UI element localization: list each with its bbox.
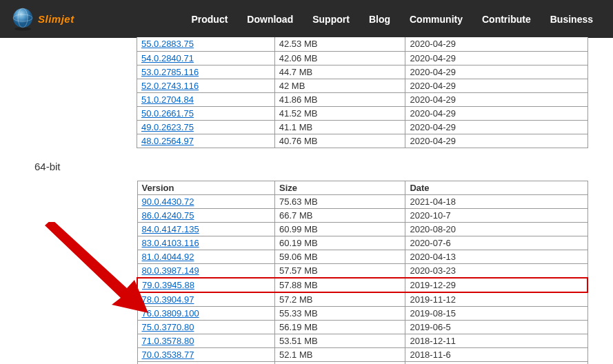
cell-version: 86.0.4240.75 xyxy=(137,208,275,222)
version-link[interactable]: 70.0.3538.77 xyxy=(142,350,194,360)
cell-version: 50.0.2661.75 xyxy=(137,106,275,120)
version-link[interactable]: 90.0.4430.72 xyxy=(142,196,194,207)
brand-name: Slimjet xyxy=(38,13,74,25)
cell-version: 80.0.3987.149 xyxy=(137,263,275,278)
cell-size: 41.86 MB xyxy=(274,92,405,106)
cell-version: 55.0.2883.75 xyxy=(137,37,275,51)
table-row: 52.0.2743.11642 MB2020-04-29 xyxy=(137,79,588,92)
cell-version: 76.0.3809.100 xyxy=(137,306,275,320)
cell-version: 75.0.3770.80 xyxy=(137,320,275,334)
cell-version: 83.0.4103.116 xyxy=(137,236,275,250)
cell-size: 57.57 MB xyxy=(275,263,405,278)
table-row: 51.0.2704.8441.86 MB2020-04-29 xyxy=(137,92,588,106)
main-nav: Product Download Support Blog Community … xyxy=(181,8,603,30)
cell-date: 2020-04-29 xyxy=(405,37,588,51)
version-link[interactable]: 53.0.2785.116 xyxy=(141,67,199,77)
cell-version: 51.0.2704.84 xyxy=(137,92,275,106)
version-link[interactable]: 51.0.2704.84 xyxy=(141,94,194,105)
cell-size: 59.06 MB xyxy=(275,250,405,263)
cell-date: 2020-04-29 xyxy=(405,120,588,134)
version-link[interactable]: 49.0.2623.75 xyxy=(141,122,194,132)
svg-point-0 xyxy=(13,8,32,28)
cell-size: 44.7 MB xyxy=(274,65,405,79)
cell-date: 2019-12-29 xyxy=(405,278,587,292)
version-link[interactable]: 50.0.2661.75 xyxy=(141,108,194,119)
cell-version: 52.0.2743.116 xyxy=(137,79,275,92)
cell-version: 54.0.2840.71 xyxy=(137,51,275,65)
version-link[interactable]: 71.0.3578.80 xyxy=(142,336,194,346)
version-link[interactable]: 81.0.4044.92 xyxy=(142,252,194,262)
cell-date: 2020-08-20 xyxy=(405,222,587,236)
cell-size: 40.76 MB xyxy=(274,134,405,148)
col-header-date: Date xyxy=(405,181,587,194)
version-link[interactable]: 84.0.4147.135 xyxy=(142,224,199,234)
cell-size: 50.77 MB xyxy=(275,361,405,364)
svg-point-3 xyxy=(14,27,31,30)
version-link[interactable]: 78.0.3904.97 xyxy=(142,294,194,305)
cell-date: 2020-04-29 xyxy=(405,79,588,92)
cell-size: 60.19 MB xyxy=(275,236,405,250)
table-row: 55.0.2883.7542.53 MB2020-04-29 xyxy=(137,37,588,51)
version-link[interactable]: 83.0.4103.116 xyxy=(142,238,199,248)
table-row: 70.0.3538.7752.1 MB2018-11-6 xyxy=(137,347,587,361)
nav-blog[interactable]: Blog xyxy=(359,8,400,30)
table-row: 69.0.3497.9250.77 MB2018-09-16 xyxy=(137,361,587,364)
table-row: 84.0.4147.13560.99 MB2020-08-20 xyxy=(137,222,587,236)
cell-date: 2020-04-29 xyxy=(405,65,588,79)
nav-support[interactable]: Support xyxy=(303,8,359,30)
versions-table-upper: 55.0.2883.7542.53 MB2020-04-2954.0.2840.… xyxy=(137,37,588,148)
cell-date: 2020-04-29 xyxy=(405,92,588,106)
version-link[interactable]: 54.0.2840.71 xyxy=(141,53,194,63)
cell-version: 49.0.2623.75 xyxy=(137,120,275,134)
table-row: 83.0.4103.11660.19 MB2020-07-6 xyxy=(137,236,587,250)
globe-icon xyxy=(10,7,35,32)
cell-date: 2019-06-5 xyxy=(405,320,587,334)
cell-date: 2018-12-11 xyxy=(405,334,587,347)
cell-date: 2020-04-13 xyxy=(405,250,587,263)
table-row: 75.0.3770.8056.19 MB2019-06-5 xyxy=(137,320,587,334)
logo[interactable]: Slimjet xyxy=(10,7,74,32)
cell-date: 2019-11-12 xyxy=(405,292,587,307)
table-row: 49.0.2623.7541.1 MB2020-04-29 xyxy=(137,120,588,134)
table-row: 76.0.3809.10055.33 MB2019-08-15 xyxy=(137,306,587,320)
version-link[interactable]: 48.0.2564.97 xyxy=(141,136,194,146)
version-link[interactable]: 79.0.3945.88 xyxy=(142,280,194,290)
cell-version: 79.0.3945.88 xyxy=(137,278,275,292)
version-link[interactable]: 52.0.2743.116 xyxy=(141,81,199,91)
version-link[interactable]: 76.0.3809.100 xyxy=(142,308,199,318)
cell-date: 2020-03-23 xyxy=(405,263,587,278)
nav-download[interactable]: Download xyxy=(237,8,303,30)
content: 55.0.2883.7542.53 MB2020-04-2954.0.2840.… xyxy=(0,37,613,364)
cell-size: 56.19 MB xyxy=(275,320,405,334)
version-link[interactable]: 86.0.4240.75 xyxy=(142,210,194,221)
table-row: 53.0.2785.11644.7 MB2020-04-29 xyxy=(137,65,588,79)
cell-size: 52.1 MB xyxy=(275,347,405,361)
cell-size: 42 MB xyxy=(274,79,405,92)
version-link[interactable]: 75.0.3770.80 xyxy=(142,322,194,332)
col-header-version: Version xyxy=(137,181,275,194)
nav-community[interactable]: Community xyxy=(400,8,472,30)
cell-version: 53.0.2785.116 xyxy=(137,65,275,79)
cell-date: 2019-08-15 xyxy=(405,306,587,320)
col-header-size: Size xyxy=(275,181,405,194)
nav-business[interactable]: Business xyxy=(541,8,603,30)
cell-version: 71.0.3578.80 xyxy=(137,334,275,347)
cell-date: 2021-04-18 xyxy=(405,194,587,208)
cell-size: 41.1 MB xyxy=(274,120,405,134)
versions-table-64bit: Version Size Date 90.0.4430.7275.63 MB20… xyxy=(137,181,588,365)
cell-size: 53.51 MB xyxy=(275,334,405,347)
annotation-arrow xyxy=(41,222,152,324)
section-title-64bit: 64-bit xyxy=(0,148,613,181)
cell-size: 42.06 MB xyxy=(274,51,405,65)
version-link[interactable]: 80.0.3987.149 xyxy=(142,265,199,276)
version-link[interactable]: 55.0.2883.75 xyxy=(141,39,194,49)
cell-date: 2018-09-16 xyxy=(405,361,587,364)
nav-product[interactable]: Product xyxy=(181,8,237,30)
nav-contribute[interactable]: Contribute xyxy=(472,8,541,30)
cell-version: 84.0.4147.135 xyxy=(137,222,275,236)
cell-size: 41.52 MB xyxy=(274,106,405,120)
cell-date: 2020-10-7 xyxy=(405,208,587,222)
table-row: 54.0.2840.7142.06 MB2020-04-29 xyxy=(137,51,588,65)
cell-version: 48.0.2564.97 xyxy=(137,134,275,148)
table-row: 81.0.4044.9259.06 MB2020-04-13 xyxy=(137,250,587,263)
